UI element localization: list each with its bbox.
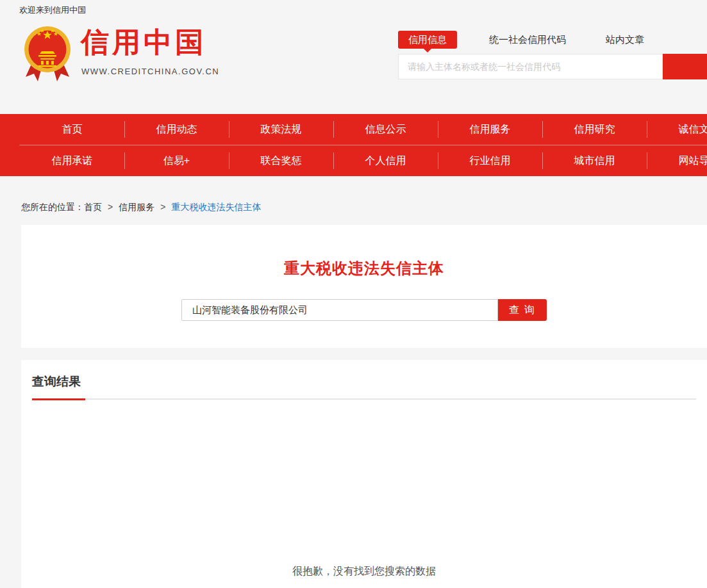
page-title: 重大税收违法失信主体 — [21, 225, 707, 279]
breadcrumb-separator: > — [108, 202, 113, 212]
main-nav: 首页信用动态政策法规信息公示信用服务信用研究诚信文化 信用承诺信易+联合奖惩个人… — [0, 114, 707, 176]
nav-item[interactable]: 行业信用 — [438, 145, 542, 176]
national-emblem-icon — [24, 74, 71, 85]
site-url: WWW.CREDITCHINA.GOV.CN — [81, 67, 219, 76]
query-panel: 重大税收违法失信主体 查 询 — [21, 225, 707, 348]
header-search: 信用信息统一社会信用代码站内文章 — [398, 31, 707, 79]
breadcrumb-prefix: 您所在的位置： — [21, 202, 84, 212]
nav-item[interactable]: 政策法规 — [229, 114, 333, 145]
nav-item[interactable]: 信息公示 — [333, 114, 438, 145]
nav-item[interactable]: 信用服务 — [438, 114, 542, 145]
nav-item[interactable]: 网站导航 — [647, 145, 707, 176]
nav-item[interactable]: 信用承诺 — [20, 145, 124, 176]
nav-item[interactable]: 信用研究 — [542, 114, 647, 145]
header-search-bar — [398, 54, 707, 79]
breadcrumb-item-current[interactable]: 重大税收违法失信主体 — [171, 202, 261, 212]
nav-row-2: 信用承诺信易+联合奖惩个人信用行业信用城市信用网站导航 — [0, 145, 707, 176]
site-name: 信用中国 — [81, 28, 206, 56]
nav-item[interactable]: 信易+ — [124, 145, 229, 176]
header-search-button[interactable] — [663, 54, 707, 79]
nav-item[interactable]: 个人信用 — [333, 145, 438, 176]
search-tabs: 信用信息统一社会信用代码站内文章 — [398, 31, 707, 49]
nav-item[interactable]: 诚信文化 — [647, 114, 707, 145]
breadcrumb-item-credit-service[interactable]: 信用服务 — [119, 202, 154, 212]
results-panel: 查询结果 很抱歉，没有找到您搜索的数据 — [21, 360, 707, 588]
site-header: 信用中国 WWW.CREDITCHINA.GOV.CN 信用信息统一社会信用代码… — [0, 17, 707, 114]
welcome-text: 欢迎来到信用中国 — [19, 5, 86, 15]
nav-item[interactable]: 首页 — [20, 114, 124, 145]
query-button[interactable]: 查 询 — [498, 299, 547, 321]
nav-item[interactable]: 信用动态 — [124, 114, 229, 145]
nav-item[interactable]: 城市信用 — [542, 145, 647, 176]
empty-results-message: 很抱歉，没有找到您搜索的数据 — [32, 565, 696, 578]
search-tab[interactable]: 信用信息 — [398, 31, 457, 49]
search-tab[interactable]: 站内文章 — [606, 34, 644, 46]
welcome-bar: 欢迎来到信用中国 — [0, 0, 707, 17]
breadcrumb-item-home[interactable]: 首页 — [84, 202, 102, 212]
results-heading: 查询结果 — [32, 373, 81, 390]
site-logo[interactable] — [24, 26, 71, 83]
query-search-bar: 查 询 — [21, 299, 707, 321]
nav-item[interactable]: 联合奖惩 — [229, 145, 333, 176]
breadcrumb-separator: > — [160, 202, 165, 212]
nav-row-1: 首页信用动态政策法规信息公示信用服务信用研究诚信文化 — [0, 114, 707, 145]
search-tab[interactable]: 统一社会信用代码 — [489, 34, 566, 46]
results-header: 查询结果 — [32, 360, 696, 400]
query-input[interactable] — [181, 299, 498, 321]
credit-china-page: { "top_bar": { "welcome": "欢迎来到信用中国" }, … — [0, 0, 707, 588]
header-search-input[interactable] — [398, 54, 663, 79]
breadcrumb: 您所在的位置：首页>信用服务>重大税收违法失信主体 — [21, 202, 707, 212]
